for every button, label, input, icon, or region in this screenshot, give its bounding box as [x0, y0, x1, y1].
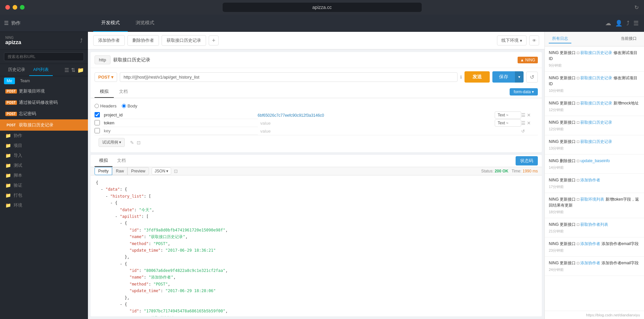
- param-check-2[interactable]: [95, 120, 100, 125]
- remove-collab-button[interactable]: 删除协作者: [127, 35, 159, 46]
- log-item-11[interactable]: NING 更新接口 □ 添加协作者 添加协作者email字段 24分钟前: [545, 257, 644, 276]
- status-badge-btn[interactable]: 状态码: [516, 156, 538, 165]
- sidebar-section-script[interactable]: 📁 脚本: [0, 170, 88, 180]
- history-button[interactable]: ↺: [526, 72, 538, 83]
- log-item-5[interactable]: NING 更新接口 □ 获取接口历史记录 13分钟前: [545, 135, 644, 155]
- add-collab-button[interactable]: 添加协作者: [93, 35, 125, 46]
- log-tab-current[interactable]: 当前接口: [617, 34, 640, 43]
- copy-icon[interactable]: ⊡: [137, 140, 141, 145]
- log-item-10[interactable]: NING 更新接口 □ 添加协作者 添加协作者email字段 23分钟前: [545, 237, 644, 257]
- close-button[interactable]: [5, 5, 10, 10]
- folder-icon[interactable]: 📁: [77, 67, 84, 73]
- maximize-button[interactable]: [20, 5, 25, 10]
- user-icon[interactable]: 👤: [615, 20, 622, 27]
- refresh-icon[interactable]: ↺: [521, 129, 525, 134]
- sidebar-section-project[interactable]: 📁 项目: [0, 141, 88, 151]
- reload-button[interactable]: ↻: [634, 4, 639, 11]
- save-button[interactable]: 保存: [492, 71, 515, 83]
- share-icon[interactable]: ⤴: [626, 20, 629, 27]
- search-input[interactable]: [4, 52, 84, 61]
- tab-docs[interactable]: 文档: [114, 86, 133, 98]
- minimize-button[interactable]: [13, 5, 17, 10]
- tab-browse-mode[interactable]: 浏览模式: [128, 15, 162, 32]
- log-item-8[interactable]: NING 更新接口 □ 获取环境列表 新增token字段，返回结果有更新 18分…: [545, 193, 644, 218]
- edit-icon[interactable]: ✎: [130, 140, 134, 145]
- sidebar-section-package[interactable]: 📁 打包: [0, 190, 88, 200]
- form-data-badge[interactable]: form-data ▾: [510, 88, 538, 96]
- log-link[interactable]: 添加协作者: [580, 178, 600, 182]
- save-dropdown-button[interactable]: ▾: [515, 71, 524, 83]
- format-tab-raw[interactable]: Raw: [112, 167, 127, 175]
- copy-icon[interactable]: ⊡: [174, 168, 178, 174]
- api-item-forgot-pwd[interactable]: POST 忘记密码: [0, 108, 88, 119]
- format-tab-preview[interactable]: Preview: [127, 167, 149, 175]
- format-tab-pretty[interactable]: Pretty: [95, 167, 112, 175]
- log-item-7[interactable]: NING 更新接口 □ 添加协作者 17分钟前: [545, 174, 644, 193]
- menu-icon[interactable]: ☰: [633, 20, 639, 27]
- sidebar-section-collab[interactable]: 📁 协作: [0, 131, 88, 141]
- response-tab-mock[interactable]: 模拟: [95, 155, 112, 167]
- api-item-get-history[interactable]: POST 获取接口历史记录: [0, 119, 88, 131]
- add-icon-button[interactable]: +: [209, 35, 219, 45]
- api-name-input[interactable]: [113, 57, 515, 63]
- log-item-2[interactable]: NING 更新接口 □ 获取接口历史记录 修改测试项目ID 10分钟前: [545, 72, 644, 97]
- log-item-9[interactable]: NING 更新接口 □ 获取协作者列表 21分钟前: [545, 218, 644, 237]
- tab-history[interactable]: 历史记录: [4, 64, 29, 76]
- param-key-3[interactable]: [103, 127, 258, 135]
- try-example-btn[interactable]: 试试用例 ▾: [99, 138, 125, 147]
- log-item-4[interactable]: NING 更新接口 □ 获取接口历史记录 12分钟前: [545, 116, 644, 135]
- log-link[interactable]: 获取协作者列表: [580, 222, 608, 227]
- radio-body[interactable]: Body: [122, 103, 137, 108]
- log-link[interactable]: 获取接口历史记录: [580, 50, 612, 55]
- address-bar[interactable]: apizza.cc: [223, 3, 422, 12]
- eye-button[interactable]: 👁: [529, 35, 539, 45]
- log-link[interactable]: 获取接口历史记录: [580, 101, 612, 105]
- log-item-1[interactable]: NING 更新接口 □ 获取接口历史记录 修改测试项目ID 9分钟前: [545, 46, 644, 72]
- log-link[interactable]: 获取接口历史记录: [580, 120, 612, 125]
- sidebar-section-auth[interactable]: 📁 验证: [0, 180, 88, 190]
- param-check-3[interactable]: [95, 128, 100, 133]
- cloud-icon[interactable]: ☁: [605, 20, 611, 27]
- sort-icon[interactable]: ⇅: [71, 67, 75, 73]
- param-check-1[interactable]: [95, 112, 100, 117]
- url-input[interactable]: [120, 72, 458, 82]
- sidebar-section-env[interactable]: 📁 环境: [0, 200, 88, 210]
- method-select[interactable]: POST ▾: [95, 72, 117, 82]
- log-link[interactable]: 获取环境列表: [580, 197, 604, 202]
- param-menu-icon-1[interactable]: ☰: [521, 112, 526, 118]
- tab-api-list[interactable]: API列表: [29, 64, 53, 76]
- text-type-btn-1[interactable]: Text ~: [495, 111, 521, 119]
- list-icon[interactable]: ☰: [64, 67, 69, 73]
- tab-dev-mode[interactable]: 开发模式: [93, 15, 128, 32]
- log-tab-all[interactable]: 所有日志: [549, 34, 571, 43]
- me-button[interactable]: Me: [4, 78, 15, 84]
- param-menu-icon-2[interactable]: ☰: [521, 120, 526, 126]
- log-link[interactable]: 获取接口历史记录: [580, 76, 612, 80]
- sidebar-section-test[interactable]: 📁 测试: [0, 160, 88, 170]
- response-tab-docs[interactable]: 文档: [112, 155, 130, 167]
- text-type-btn-2[interactable]: Text ~: [495, 119, 521, 127]
- sidebar-section-import[interactable]: 📁 导入: [0, 151, 88, 160]
- env-selector[interactable]: 线下环境 ▾: [497, 35, 527, 45]
- log-item-6[interactable]: NING 删除接口 □ update_baseinfo 14分钟前: [545, 155, 644, 174]
- log-item-3[interactable]: NING 更新接口 □ 获取接口历史记录 新增mock地址 12分钟前: [545, 97, 644, 116]
- log-link[interactable]: 添加协作者: [580, 241, 600, 246]
- log-link[interactable]: 添加协作者: [580, 261, 600, 265]
- team-button[interactable]: Team: [18, 78, 33, 84]
- get-history-button[interactable]: 获取接口历史记录: [162, 35, 206, 46]
- param-key-2[interactable]: [103, 119, 258, 127]
- menu-icon[interactable]: ☰: [4, 20, 9, 26]
- share-icon[interactable]: ⤴: [80, 38, 83, 44]
- radio-headers[interactable]: Headers: [95, 103, 116, 108]
- tab-mock[interactable]: 模拟: [95, 86, 114, 98]
- param-key-1[interactable]: [103, 111, 258, 119]
- log-link[interactable]: 获取接口历史记录: [580, 139, 612, 144]
- param-delete-icon-1[interactable]: ✕: [527, 112, 531, 118]
- json-type-btn[interactable]: JSON ▾: [152, 167, 171, 175]
- log-link[interactable]: update_baseinfo: [580, 159, 610, 163]
- param-delete-icon-2[interactable]: ✕: [527, 120, 531, 126]
- send-button[interactable]: 发送: [465, 71, 490, 83]
- info-icon[interactable]: ℹ: [460, 75, 462, 80]
- api-item-verify-code[interactable]: POST 通过验证码修改密码: [0, 97, 88, 108]
- api-item-update-env[interactable]: POST 更新项目环境: [0, 86, 88, 97]
